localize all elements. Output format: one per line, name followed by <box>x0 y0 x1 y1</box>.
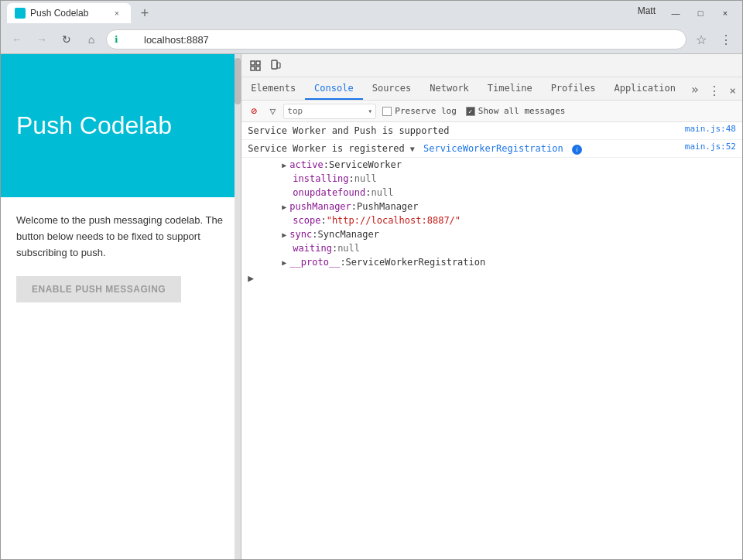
tab-console[interactable]: Console <box>305 78 363 100</box>
devtools-close-icon: × <box>730 84 736 97</box>
devtools-tabs-bar: Elements Console Sources Network Timelin… <box>241 77 742 101</box>
svg-rect-3 <box>256 67 260 70</box>
devtools-close-button[interactable]: × <box>724 81 742 100</box>
filter-arrow-icon: ▾ <box>368 107 372 115</box>
expand-object-icon[interactable]: ▼ <box>410 145 415 153</box>
object-type-label: ServiceWorkerRegistration <box>423 143 563 154</box>
console-source-1[interactable]: main.js:48 <box>685 124 736 134</box>
minimize-icon: — <box>672 9 680 18</box>
console-line: Service Worker and Push is supported mai… <box>241 122 742 140</box>
tree-row-waiting: waiting : null <box>241 241 742 255</box>
no-entry-icon: ⊘ <box>251 105 257 117</box>
show-all-container: ✓ Show all messages <box>466 106 566 116</box>
console-prompt-line[interactable]: ▶ <box>241 269 742 287</box>
tab-close-button[interactable]: × <box>111 7 123 19</box>
page-body: Welcome to the push messaging codelab. T… <box>1 197 241 559</box>
title-bar: Push Codelab × + Matt — □ × <box>1 1 742 26</box>
scrollbar[interactable] <box>235 54 241 559</box>
show-all-label: Show all messages <box>478 106 566 116</box>
devtools-device-button[interactable] <box>266 56 285 75</box>
prop-value: null <box>337 243 360 254</box>
prop-value: ServiceWorker <box>329 159 402 170</box>
tree-expand-icon[interactable]: ▶ <box>282 203 286 211</box>
enable-push-button[interactable]: ENABLE PUSH MESSAGING <box>16 276 181 302</box>
minimize-button[interactable]: — <box>665 5 687 21</box>
console-message-1: Service Worker and Push is supported <box>248 124 678 138</box>
tab-sources[interactable]: Sources <box>363 78 421 100</box>
close-button[interactable]: × <box>714 5 736 21</box>
home-icon: ⌂ <box>88 33 94 46</box>
reload-icon: ↻ <box>62 33 71 46</box>
window-controls: Matt — □ × <box>638 5 736 21</box>
tree-row-installing: installing : null <box>241 172 742 186</box>
preserve-log-label: Preserve log <box>395 106 456 116</box>
inspect-icon <box>249 60 262 72</box>
more-tabs-icon: » <box>691 82 699 97</box>
tab-profiles[interactable]: Profiles <box>542 78 605 100</box>
filter-value: top <box>287 106 303 116</box>
console-source-2[interactable]: main.js:52 <box>685 142 736 152</box>
prop-key: __proto__ <box>289 257 340 268</box>
svg-rect-1 <box>256 61 260 65</box>
tree-row-pushmanager: ▶ pushManager : PushManager <box>241 200 742 213</box>
forward-button[interactable]: → <box>32 29 52 50</box>
new-tab-button[interactable]: + <box>134 3 156 23</box>
tab-title: Push Codelab <box>30 8 88 19</box>
page-heading: Push Codelab <box>16 111 172 140</box>
devtools-inspect-button[interactable] <box>246 56 265 75</box>
devtools-options-button[interactable]: ⋮ <box>705 81 724 100</box>
browser-viewport: Push Codelab Welcome to the push messagi… <box>1 54 241 559</box>
tab-elements[interactable]: Elements <box>241 78 305 100</box>
prop-value: PushManager <box>357 201 418 212</box>
prop-key: onupdatefound <box>293 187 365 198</box>
home-button[interactable]: ⌂ <box>81 29 101 50</box>
tab-close-icon: × <box>115 9 119 18</box>
prompt-icon: ▶ <box>248 272 254 284</box>
tree-expand-icon[interactable]: ▶ <box>282 230 286 239</box>
chrome-menu-button[interactable]: ⋮ <box>716 29 736 50</box>
page-description: Welcome to the push messaging codelab. T… <box>16 213 225 261</box>
prop-key: sync <box>289 229 312 240</box>
prop-key: waiting <box>293 243 332 254</box>
tree-expand-icon[interactable]: ▶ <box>282 258 286 267</box>
tab-application[interactable]: Application <box>604 78 684 100</box>
bookmark-button[interactable]: ☆ <box>691 29 711 50</box>
device-icon <box>269 60 282 72</box>
info-icon: i <box>572 145 582 155</box>
svg-rect-2 <box>251 67 255 70</box>
tab-network[interactable]: Network <box>420 78 478 100</box>
scrollbar-thumb[interactable] <box>235 58 241 104</box>
console-context-filter[interactable]: top ▾ <box>283 104 376 119</box>
svg-rect-4 <box>272 60 277 69</box>
console-line: Service Worker is registered ▼ ServiceWo… <box>241 140 742 158</box>
url-display: localhost:8887 <box>128 34 209 46</box>
tree-row-active: ▶ active : ServiceWorker <box>241 158 742 172</box>
tab-timeline[interactable]: Timeline <box>478 78 542 100</box>
prop-value: null <box>371 187 393 198</box>
bookmark-icon: ☆ <box>696 32 707 47</box>
prop-key: installing <box>293 173 348 184</box>
prop-value: ServiceWorkerRegistration <box>346 257 486 268</box>
tree-row-scope: scope : "http://localhost:8887/" <box>241 213 742 227</box>
filter-icon: ▽ <box>269 105 276 117</box>
prop-key: active <box>289 159 323 170</box>
console-clear-button[interactable]: ⊘ <box>246 104 262 119</box>
console-output: Service Worker and Push is supported mai… <box>241 122 742 559</box>
console-filter-toggle[interactable]: ▽ <box>265 104 280 119</box>
prop-key: pushManager <box>289 201 351 212</box>
browser-tab[interactable]: Push Codelab × <box>7 3 131 23</box>
prop-value: "http://localhost:8887/" <box>327 215 461 226</box>
address-input-container[interactable]: ℹ localhost:8887 <box>106 29 687 50</box>
console-toolbar: ⊘ ▽ top ▾ Preserve log ✓ Show all messag… <box>241 101 742 122</box>
devtools-panel: Elements Console Sources Network Timelin… <box>241 54 742 559</box>
user-name: Matt <box>638 5 656 21</box>
tree-expand-icon[interactable]: ▶ <box>282 161 286 169</box>
reload-button[interactable]: ↻ <box>56 29 77 50</box>
maximize-icon: □ <box>698 9 704 18</box>
preserve-log-checkbox[interactable] <box>382 107 392 116</box>
tab-favicon <box>15 8 26 19</box>
maximize-button[interactable]: □ <box>690 5 711 21</box>
back-button[interactable]: ← <box>7 29 27 50</box>
devtools-more-tabs-button[interactable]: » <box>685 79 705 100</box>
show-all-checkbox[interactable]: ✓ <box>466 107 475 116</box>
